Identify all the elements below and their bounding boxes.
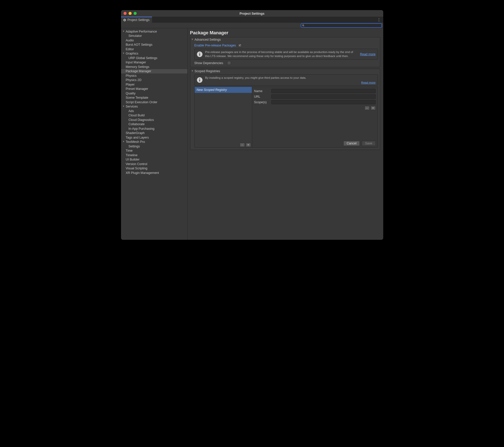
scoped-info-text-block: By installing a scoped registry, you mig… xyxy=(205,76,376,84)
foldout-icon: ▼ xyxy=(191,38,194,41)
sidebar-item[interactable]: ▼Package Manager xyxy=(121,69,187,74)
sidebar-item-label: Graphics xyxy=(126,52,138,55)
sidebar-item[interactable]: ▼Audio xyxy=(121,38,187,43)
sidebar-item[interactable]: ▼Memory Settings xyxy=(121,65,187,69)
search-row xyxy=(121,23,383,28)
settings-content-pane: Package Manager ▼ Advanced Settings Enab… xyxy=(188,28,383,240)
sidebar-item[interactable]: Collaborate xyxy=(121,122,187,127)
sidebar-item-label: Package Manager xyxy=(126,69,151,73)
sidebar-item-label: Memory Settings xyxy=(126,65,150,69)
registry-item-label: New Scoped Registry xyxy=(197,88,227,92)
registry-url-input[interactable] xyxy=(271,94,376,99)
gear-icon xyxy=(123,18,126,22)
sidebar-item[interactable]: Settings xyxy=(121,144,187,149)
sidebar-item[interactable]: Cloud Diagnostics xyxy=(121,118,187,122)
registry-split: New Scoped Registry - + Name xyxy=(194,87,378,148)
registry-form-panel: Name URL Scope(s) xyxy=(252,87,378,147)
advanced-settings-section: ▼ Advanced Settings Enable Pre-release P… xyxy=(190,37,380,67)
sidebar-item-label: In-App Purchasing xyxy=(129,127,155,130)
registry-name-input[interactable] xyxy=(271,89,376,93)
show-dependencies-checkbox[interactable] xyxy=(227,61,231,65)
sidebar-item[interactable]: ▼Script Execution Order xyxy=(121,100,187,104)
scoped-info-text: By installing a scoped registry, you mig… xyxy=(205,76,376,80)
sidebar-item[interactable]: ▼Adaptive Performance xyxy=(121,29,187,34)
scoped-registries-body: By installing a scoped registry, you mig… xyxy=(190,73,380,150)
sidebar-item[interactable]: ▼Editor xyxy=(121,47,187,51)
prerelease-read-more-link[interactable]: Read more xyxy=(360,52,376,56)
sidebar-item-label: Audio xyxy=(126,39,134,42)
registry-name-row: Name xyxy=(254,88,376,94)
sidebar-item[interactable]: ▼Input Manager xyxy=(121,60,187,65)
save-button[interactable]: Save xyxy=(362,141,376,146)
show-dependencies-label: Show Dependencies xyxy=(194,61,223,65)
advanced-settings-title: Advanced Settings xyxy=(195,38,221,41)
enable-prerelease-label[interactable]: Enable Pre-release Packages xyxy=(194,44,236,47)
sidebar-item-label: Cloud Build xyxy=(129,114,145,117)
sidebar-item-label: Quality xyxy=(126,92,136,95)
sidebar-item[interactable]: URP Global Settings xyxy=(121,56,187,60)
svg-line-1 xyxy=(304,26,304,26)
sidebar-item[interactable]: ▼Scene Template xyxy=(121,96,187,100)
window-menu-button[interactable]: ⋮ xyxy=(376,17,382,23)
sidebar-item[interactable]: Cloud Build xyxy=(121,113,187,118)
cancel-button[interactable]: Cancel xyxy=(343,141,360,146)
sidebar-item-label: Burst AOT Settings xyxy=(126,43,153,46)
window-title: Project Settings xyxy=(121,12,383,15)
scope-remove-button[interactable]: - xyxy=(365,106,370,110)
scoped-registries-header[interactable]: ▼ Scoped Registries xyxy=(190,69,380,73)
sidebar-item-label: Tags and Layers xyxy=(126,136,149,139)
sidebar-item[interactable]: ▼Physics xyxy=(121,73,187,78)
sidebar-item[interactable]: ▼XR Plugin Management xyxy=(121,171,187,175)
advanced-settings-header[interactable]: ▼ Advanced Settings xyxy=(190,37,380,42)
sidebar-item[interactable]: ▼Physics 2D xyxy=(121,78,187,83)
sidebar-item[interactable]: ▼Quality xyxy=(121,91,187,96)
sidebar-item-label: Services xyxy=(126,105,138,108)
registry-add-button[interactable]: + xyxy=(246,143,251,147)
sidebar-item-label: ShaderGraph xyxy=(126,131,145,135)
sidebar-item[interactable]: ▼Time xyxy=(121,149,187,153)
sidebar-item-label: Ads xyxy=(129,109,134,113)
sidebar-item-label: Time xyxy=(126,149,133,152)
sidebar-item[interactable]: Ads xyxy=(121,109,187,113)
sidebar-item[interactable]: Simulator xyxy=(121,34,187,38)
scope-add-button[interactable]: + xyxy=(371,106,376,110)
registry-list-item[interactable]: New Scoped Registry xyxy=(195,87,252,93)
registry-remove-button[interactable]: - xyxy=(240,143,245,147)
search-box[interactable] xyxy=(301,23,382,28)
sidebar-item[interactable]: ▼Visual Scripting xyxy=(121,166,187,171)
sidebar-item[interactable]: ▼Tags and Layers xyxy=(121,135,187,140)
svg-rect-7 xyxy=(199,80,200,82)
registry-list-footer: - + xyxy=(195,142,252,147)
sidebar-item[interactable]: ▼Preset Manager xyxy=(121,87,187,91)
sidebar-item-label: Cloud Diagnostics xyxy=(129,118,154,122)
sidebar-item[interactable]: ▼Graphics xyxy=(121,51,187,56)
sidebar-item[interactable]: ▼Services xyxy=(121,104,187,109)
info-icon xyxy=(197,51,203,57)
sidebar-item-label: Visual Scripting xyxy=(126,167,147,170)
sidebar-item[interactable]: ▼Timeline xyxy=(121,153,187,157)
sidebar-item[interactable]: ▼TextMesh Pro xyxy=(121,140,187,144)
sidebar-item[interactable]: In-App Purchasing xyxy=(121,126,187,131)
info-icon xyxy=(197,77,203,83)
enable-prerelease-checkbox[interactable]: ✓ xyxy=(238,43,242,47)
search-input[interactable] xyxy=(305,24,381,27)
tab-project-settings[interactable]: Project Settings xyxy=(121,17,152,23)
registry-scopes-input[interactable] xyxy=(271,100,376,104)
sidebar-item-label: Adaptive Performance xyxy=(126,30,157,33)
sidebar-item[interactable]: ▼Version Control xyxy=(121,162,187,166)
sidebar-item-label: Simulator xyxy=(129,34,142,38)
chevron-down-icon: ▼ xyxy=(123,140,125,143)
sidebar-item[interactable]: ▼ShaderGraph xyxy=(121,131,187,136)
sidebar-item[interactable]: ▼Burst AOT Settings xyxy=(121,43,187,47)
page-title: Package Manager xyxy=(190,30,380,36)
registry-list: New Scoped Registry xyxy=(195,87,252,142)
sidebar-item[interactable]: ▼UI Builder xyxy=(121,157,187,162)
sidebar-item-label: Input Manager xyxy=(126,61,146,64)
prerelease-info-text: Pre-release packages are in the process … xyxy=(205,50,358,58)
sidebar-item[interactable]: ▼Player xyxy=(121,82,187,87)
scoped-read-more-link[interactable]: Read more xyxy=(361,81,376,84)
sidebar-item-label: Player xyxy=(126,83,135,86)
chevron-down-icon: ▼ xyxy=(123,30,125,33)
sidebar-item-label: Settings xyxy=(129,145,140,148)
registry-url-label: URL xyxy=(254,95,270,98)
